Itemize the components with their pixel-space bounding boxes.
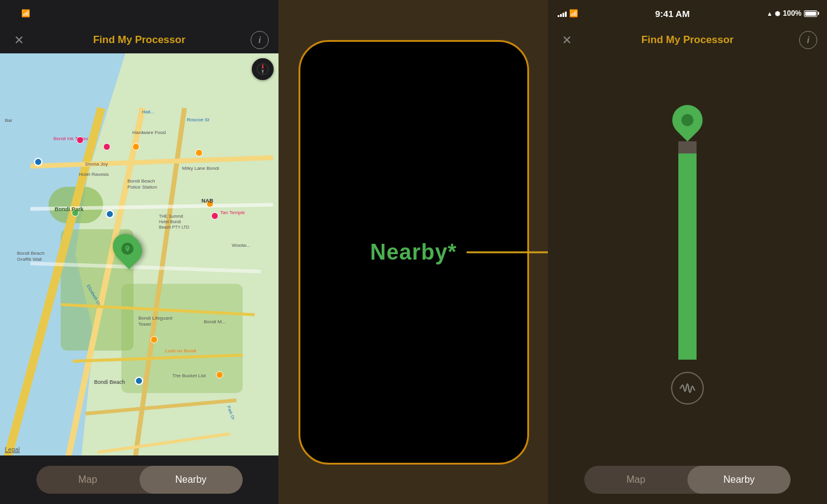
left-map-tab[interactable]: Map	[36, 466, 140, 494]
left-app-header: ✕ Find My Processor i	[0, 27, 278, 53]
h-road-6	[85, 398, 237, 415]
left-panel: 📶 9:41 AM ▲ ⬢ 100% ✕ Find My Processor i	[0, 0, 279, 504]
signal-icon	[10, 10, 19, 17]
right-battery-pct: 100%	[783, 9, 802, 18]
prox-bar-green	[678, 153, 697, 360]
battery-icon-left	[255, 10, 269, 17]
right-battery-icon	[804, 10, 817, 17]
right-app-title: Find My Processor	[641, 34, 734, 46]
left-status-battery: ▲ ⬢ 100%	[218, 9, 269, 18]
map-marker-6	[206, 200, 214, 207]
right-status-signal: 📶	[558, 9, 578, 18]
right-info-button[interactable]: i	[799, 31, 817, 49]
h-road-7	[98, 432, 231, 454]
right-status-time: 9:41 AM	[655, 8, 690, 19]
map-marker-park	[72, 209, 79, 217]
map-marker-9	[76, 136, 84, 144]
map-marker-5	[150, 336, 158, 343]
left-tab-bar: Map Nearby	[0, 455, 278, 504]
proximity-bar	[678, 141, 697, 360]
map-label-police: Bondi BeachPolice Station	[127, 178, 157, 191]
location-pin-dot	[681, 114, 694, 126]
left-nearby-tab[interactable]: Nearby	[140, 466, 243, 494]
map-label-woolw: Woolw...	[232, 243, 250, 248]
right-nearby-tab[interactable]: Nearby	[687, 466, 791, 494]
map-pin-inner	[121, 243, 133, 255]
location-pin-icon	[672, 105, 703, 141]
phone-mockup: Nearby*	[299, 40, 529, 465]
map-view[interactable]: Bondi Park Bondi Beach Bondi BeachGraffi…	[0, 53, 278, 455]
map-background: Bondi Park Bondi Beach Bondi BeachGraffi…	[0, 53, 278, 455]
left-tab-bar-inner: Map Nearby	[36, 466, 243, 494]
left-app-title: Find My Processor	[93, 34, 185, 46]
right-wifi-icon: 📶	[569, 9, 578, 18]
right-main-content	[548, 53, 827, 455]
map-marker-2	[103, 143, 110, 150]
right-bluetooth-icon: ⬢	[775, 10, 780, 17]
map-marker-1	[34, 158, 42, 166]
right-panel: 📶 9:41 AM ▲ ⬢ 100% ✕ Find My Processor i	[548, 0, 827, 504]
legal-text[interactable]: Legal	[5, 446, 19, 453]
right-signal-icon	[558, 10, 567, 17]
prox-bar-top	[678, 141, 697, 153]
location-arrow-icon: ▲	[218, 10, 224, 17]
map-label-bondi-beach: Bondi Beach	[94, 379, 125, 385]
map-marker-7	[211, 212, 218, 220]
svg-text:N: N	[262, 64, 264, 67]
right-location-icon: ▲	[766, 10, 772, 17]
map-marker-4	[195, 149, 203, 156]
wifi-icon: 📶	[21, 9, 30, 18]
map-pin	[114, 233, 141, 264]
right-close-button[interactable]: ✕	[558, 31, 576, 49]
right-map-tab[interactable]: Map	[584, 466, 687, 494]
location-pin-body	[666, 98, 709, 141]
map-label-tan: Tan Temple	[220, 210, 245, 215]
map-marker-bondi	[216, 371, 223, 378]
middle-panel: Nearby*	[279, 0, 548, 504]
bluetooth-icon: ⬢	[226, 10, 232, 17]
battery-pct-left: 100%	[234, 9, 253, 18]
right-status-battery: ▲ ⬢ 100%	[766, 9, 817, 18]
left-status-bar: 📶 9:41 AM ▲ ⬢ 100%	[0, 0, 278, 27]
left-status-time: 9:41 AM	[107, 8, 141, 19]
right-tab-bar-inner: Map Nearby	[584, 466, 791, 494]
left-close-button[interactable]: ✕	[10, 31, 28, 49]
map-label-summit: THE SummitHotel BondiBeach PTY LTD	[159, 213, 189, 230]
map-label-roscoe: Roscoe St	[187, 117, 209, 123]
compass[interactable]: N	[252, 58, 274, 80]
map-label-park-dr: Park Dr	[226, 405, 235, 420]
map-label-milky: Milky Lane Bondi	[182, 166, 219, 171]
right-status-bar: 📶 9:41 AM ▲ ⬢ 100%	[548, 0, 827, 27]
nearby-display-text: Nearby*	[370, 240, 457, 265]
map-marker-8	[106, 210, 114, 218]
right-tab-bar: Map Nearby	[548, 455, 827, 504]
map-marker-10	[135, 377, 143, 385]
map-marker-3	[132, 143, 140, 150]
left-status-signal: 📶	[10, 9, 30, 18]
waveform-button[interactable]	[671, 372, 704, 405]
left-info-button[interactable]: i	[251, 31, 269, 49]
right-app-header: ✕ Find My Processor i	[548, 27, 827, 53]
